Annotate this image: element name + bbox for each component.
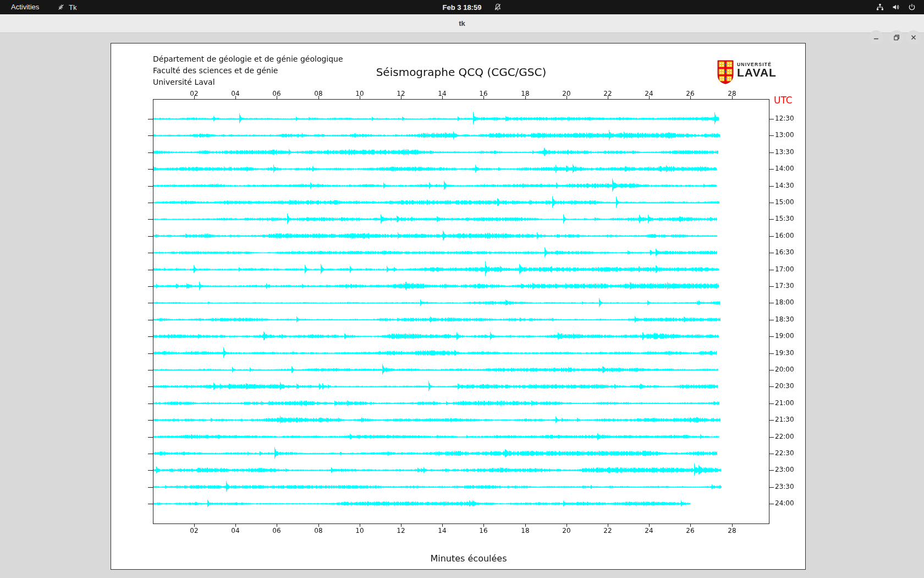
header-line-1: Département de géologie et de génie géol… xyxy=(153,53,343,65)
utc-row-label: 18:30 xyxy=(775,315,794,323)
tk-app-indicator[interactable]: Tk xyxy=(57,0,76,14)
utc-row-label: 12:30 xyxy=(775,114,794,122)
laval-shield-icon xyxy=(717,60,734,84)
utc-row-label: 14:00 xyxy=(775,165,794,172)
x-tick-label-top: 28 xyxy=(723,90,741,97)
utc-row-label: 14:30 xyxy=(775,182,794,189)
utc-row-label: 24:00 xyxy=(775,499,794,507)
utc-row-label: 22:00 xyxy=(775,433,794,440)
utc-row-label: 22:30 xyxy=(775,449,794,457)
x-tick-label-bottom: 14 xyxy=(433,527,452,535)
x-tick-label-bottom: 18 xyxy=(516,527,535,535)
utc-row-label: 13:30 xyxy=(775,148,794,156)
x-tick-label-top: 14 xyxy=(433,90,452,97)
minimize-button[interactable] xyxy=(869,30,883,45)
plot-title: Séismographe QCQ (CGC/GSC) xyxy=(153,66,769,79)
utc-row-label: 13:00 xyxy=(775,131,794,139)
logo-laval-text: LAVAL xyxy=(737,67,777,78)
window-title: tk xyxy=(0,14,924,32)
x-tick-label-bottom: 10 xyxy=(350,527,369,535)
x-tick-label-bottom: 20 xyxy=(557,527,576,535)
network-wired-icon[interactable] xyxy=(876,3,884,12)
utc-row-label: 21:30 xyxy=(775,416,794,423)
x-tick-label-bottom: 06 xyxy=(267,527,286,535)
x-tick-label-top: 10 xyxy=(350,90,369,97)
close-icon xyxy=(910,34,917,41)
utc-row-label: 23:00 xyxy=(775,466,794,473)
x-tick-label-top: 02 xyxy=(185,90,204,97)
x-tick-label-bottom: 22 xyxy=(598,527,617,535)
utc-row-label: 18:00 xyxy=(775,298,794,306)
x-tick-label-top: 06 xyxy=(267,90,286,97)
x-tick-label-bottom: 26 xyxy=(681,527,700,535)
x-tick-label-bottom: 28 xyxy=(723,527,741,535)
system-tray xyxy=(876,0,916,14)
tk-feather-icon xyxy=(57,3,65,11)
utc-row-label: 20:30 xyxy=(775,382,794,390)
x-tick-label-bottom: 02 xyxy=(185,527,204,535)
maximize-icon xyxy=(893,34,900,41)
top-bar: Activities Tk Feb 3 18:59 xyxy=(0,0,924,14)
utc-row-label: 16:00 xyxy=(775,232,794,239)
bell-slash-icon xyxy=(493,3,502,12)
close-button[interactable] xyxy=(906,30,921,45)
utc-row-label: 23:30 xyxy=(775,483,794,490)
x-tick-label-top: 26 xyxy=(681,90,700,97)
utc-row-label: 21:00 xyxy=(775,399,794,407)
x-tick-label-top: 12 xyxy=(392,90,410,97)
utc-row-label: 17:30 xyxy=(775,282,794,290)
x-tick-label-bottom: 24 xyxy=(640,527,658,535)
clock-label: Feb 3 18:59 xyxy=(443,3,482,12)
maximize-button[interactable] xyxy=(889,30,904,45)
utc-row-label: 19:00 xyxy=(775,332,794,340)
tk-app-indicator-label: Tk xyxy=(69,3,76,12)
x-tick-label-top: 18 xyxy=(516,90,535,97)
utc-row-label: 16:30 xyxy=(775,248,794,256)
x-tick-label-bottom: 08 xyxy=(309,527,328,535)
x-axis-label: Minutes écoulées xyxy=(155,553,782,564)
x-tick-label-top: 20 xyxy=(557,90,576,97)
clock-button[interactable]: Feb 3 18:59 xyxy=(443,0,482,14)
utc-row-label: 20:00 xyxy=(775,366,794,373)
utc-axis-label: UTC xyxy=(774,95,793,106)
utc-row-label: 15:30 xyxy=(775,215,794,222)
x-tick-label-bottom: 16 xyxy=(474,527,493,535)
x-tick-label-top: 22 xyxy=(598,90,617,97)
power-icon[interactable] xyxy=(908,3,916,12)
volume-icon[interactable] xyxy=(892,3,900,12)
activities-button[interactable]: Activities xyxy=(7,0,43,14)
utc-row-label: 15:00 xyxy=(775,198,794,206)
tk-canvas-window: Département de géologie et de génie géol… xyxy=(111,43,806,570)
x-tick-label-top: 08 xyxy=(309,90,328,97)
x-tick-label-bottom: 04 xyxy=(226,527,245,535)
x-tick-label-top: 04 xyxy=(226,90,245,97)
x-tick-label-top: 16 xyxy=(474,90,493,97)
minimize-icon xyxy=(872,34,880,41)
x-tick-label-top: 24 xyxy=(640,90,658,97)
laval-logo: UNIVERSITÉ LAVAL xyxy=(717,60,777,84)
x-tick-label-bottom: 12 xyxy=(392,527,410,535)
plot-border xyxy=(153,99,769,524)
utc-row-label: 17:00 xyxy=(775,265,794,273)
window-title-bar: tk xyxy=(0,14,924,33)
utc-row-label: 19:30 xyxy=(775,349,794,357)
